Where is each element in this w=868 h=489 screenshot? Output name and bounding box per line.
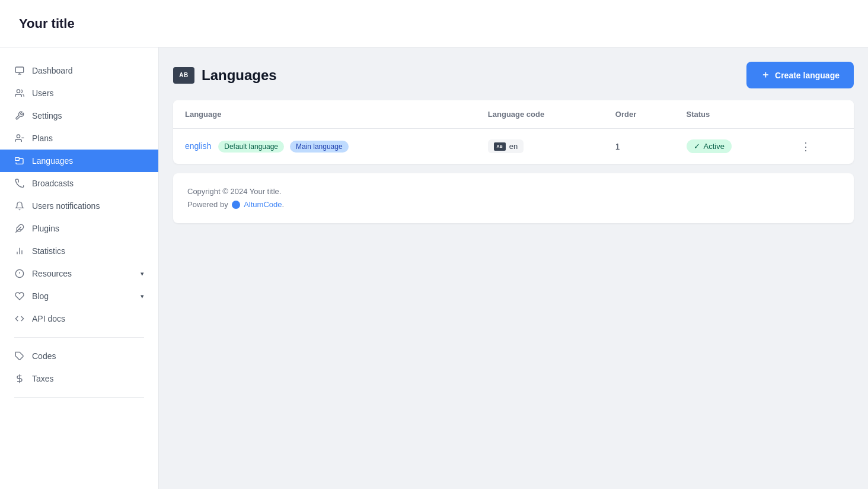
sidebar-item-resources[interactable]: Resources ▾ <box>0 262 158 285</box>
sidebar-label-users: Users <box>32 88 54 98</box>
sidebar-item-api-docs[interactable]: API docs <box>0 307 158 330</box>
sidebar-label-api-docs: API docs <box>32 314 65 323</box>
sidebar-label-plans: Plans <box>32 134 53 143</box>
broadcasts-icon <box>14 178 25 189</box>
sidebar-label-codes: Codes <box>32 351 56 361</box>
sidebar-label-resources: Resources <box>32 269 72 278</box>
plus-icon: ＋ <box>761 69 770 81</box>
sidebar-label-blog: Blog <box>32 291 49 301</box>
create-language-label: Create language <box>775 71 840 80</box>
language-cell: english Default language Main language <box>173 129 476 164</box>
table-row: english Default language Main language A… <box>173 129 854 164</box>
svg-point-3 <box>17 90 20 93</box>
col-language-code: Language code <box>476 100 604 129</box>
footer-card: Copyright © 2024 Your title. Powered by … <box>173 173 854 223</box>
sidebar-item-statistics[interactable]: Statistics <box>0 240 158 262</box>
taxes-icon <box>14 373 25 384</box>
statistics-icon <box>14 246 25 256</box>
languages-table-card: Language Language code Order Status engl… <box>173 100 854 164</box>
sidebar-item-users-notifications[interactable]: Users notifications <box>0 195 158 217</box>
status-badge: ✓ Active <box>687 139 732 153</box>
sidebar-label-languages: Languages <box>32 156 73 166</box>
col-language: Language <box>173 100 476 129</box>
page-title-group: AB Languages <box>173 67 277 84</box>
codes-icon <box>14 351 25 361</box>
sidebar-item-blog[interactable]: Blog ▾ <box>0 285 158 307</box>
badge-default: Default language <box>218 141 284 153</box>
settings-icon <box>14 110 25 121</box>
sidebar-item-settings[interactable]: Settings <box>0 104 158 127</box>
status-cell: ✓ Active <box>675 129 784 164</box>
svg-rect-6 <box>15 158 20 161</box>
main-content: AB Languages ＋ Create language Language … <box>159 47 868 489</box>
sidebar-item-languages[interactable]: Languages <box>0 150 158 172</box>
row-actions-button[interactable]: ⋮ <box>796 138 816 155</box>
altumcode-link[interactable]: AltumCode <box>244 200 282 209</box>
sidebar-label-statistics: Statistics <box>32 246 65 256</box>
language-link[interactable]: english <box>185 141 211 151</box>
svg-rect-0 <box>15 67 23 72</box>
svg-point-4 <box>17 135 20 138</box>
col-actions <box>784 100 854 129</box>
sidebar-item-dashboard[interactable]: Dashboard <box>0 59 158 82</box>
languages-page-icon: AB <box>173 67 194 84</box>
language-code-value: en <box>509 142 518 151</box>
sidebar-divider-2 <box>14 397 144 398</box>
actions-cell: ⋮ <box>784 129 854 164</box>
powered-by-text: Powered by AltumCode. <box>187 198 840 211</box>
resources-icon <box>14 268 25 279</box>
sidebar-item-users[interactable]: Users <box>0 82 158 104</box>
language-code-badge: AB en <box>488 139 524 153</box>
plans-icon <box>14 133 25 144</box>
checkmark-icon: ✓ <box>694 142 700 151</box>
table-header-row: Language Language code Order Status <box>173 100 854 129</box>
plugins-icon <box>14 223 25 234</box>
sidebar: Dashboard Users Settings Plans Languages <box>0 47 159 489</box>
sidebar-label-broadcasts: Broadcasts <box>32 179 74 188</box>
blog-icon <box>14 291 25 301</box>
sidebar-label-plugins: Plugins <box>32 224 59 233</box>
create-language-button[interactable]: ＋ Create language <box>746 62 854 88</box>
page-header: AB Languages ＋ Create language <box>173 62 854 88</box>
sidebar-item-plugins[interactable]: Plugins <box>0 217 158 240</box>
lang-code-icon: AB <box>494 142 506 151</box>
altumcode-icon <box>232 201 240 209</box>
copyright-text: Copyright © 2024 Your title. <box>187 185 840 198</box>
status-label: Active <box>704 142 725 151</box>
main-layout: Dashboard Users Settings Plans Languages <box>0 47 868 489</box>
languages-table: Language Language code Order Status engl… <box>173 100 854 164</box>
language-code-cell: AB en <box>476 129 604 164</box>
languages-icon <box>14 155 25 166</box>
sidebar-item-taxes[interactable]: Taxes <box>0 367 158 390</box>
col-order: Order <box>604 100 675 129</box>
sidebar-label-users-notifications: Users notifications <box>32 201 100 211</box>
badge-main: Main language <box>290 141 349 153</box>
bell-icon <box>14 201 25 211</box>
sidebar-item-plans[interactable]: Plans <box>0 127 158 150</box>
col-status: Status <box>675 100 784 129</box>
header: Your title <box>0 0 868 47</box>
sidebar-divider <box>14 337 144 338</box>
app-title: Your title <box>19 16 75 31</box>
chevron-down-icon: ▾ <box>141 270 144 278</box>
sidebar-item-broadcasts[interactable]: Broadcasts <box>0 172 158 195</box>
sidebar-label-taxes: Taxes <box>32 374 54 383</box>
chevron-down-icon: ▾ <box>141 293 144 300</box>
page-title: Languages <box>202 67 277 84</box>
monitor-icon <box>14 65 25 76</box>
sidebar-label-settings: Settings <box>32 111 62 120</box>
api-icon <box>14 313 25 324</box>
order-cell: 1 <box>604 129 675 164</box>
sidebar-label-dashboard: Dashboard <box>32 66 73 75</box>
sidebar-item-codes[interactable]: Codes <box>0 345 158 367</box>
users-icon <box>14 88 25 99</box>
